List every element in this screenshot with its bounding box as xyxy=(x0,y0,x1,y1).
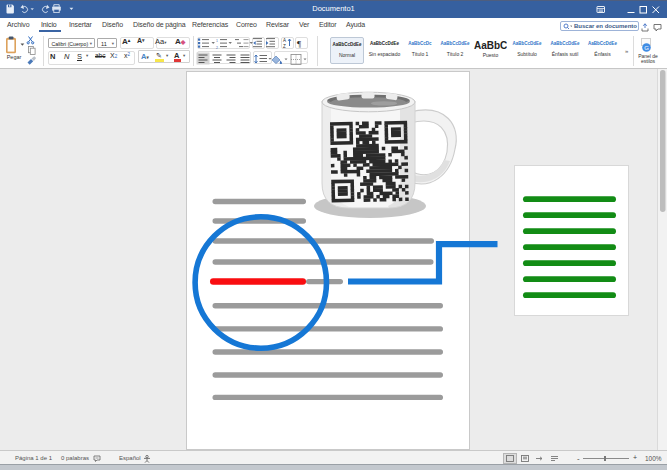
svg-text:1: 1 xyxy=(216,39,218,43)
svg-text:A: A xyxy=(283,38,286,43)
svg-text:2: 2 xyxy=(216,46,218,50)
svg-text:G: G xyxy=(644,45,649,51)
svg-text:Z: Z xyxy=(283,44,286,49)
svg-text:¶: ¶ xyxy=(297,39,301,49)
